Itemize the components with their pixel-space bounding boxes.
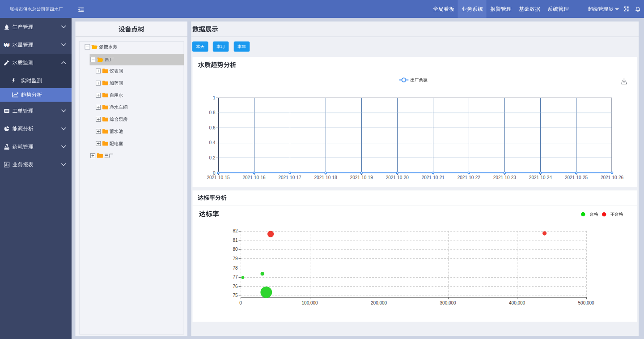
- svg-text:2021-10-21: 2021-10-21: [422, 175, 445, 180]
- svg-text:2021-10-18: 2021-10-18: [314, 175, 338, 180]
- svg-text:2021-10-19: 2021-10-19: [350, 175, 373, 180]
- svg-text:500,000: 500,000: [578, 300, 595, 305]
- svg-text:0.4: 0.4: [209, 140, 216, 145]
- svg-text:0.6: 0.6: [209, 125, 216, 130]
- svg-text:₩: ₩: [4, 42, 10, 48]
- svg-text:2021-10-26: 2021-10-26: [601, 175, 624, 180]
- svg-text:78: 78: [233, 266, 238, 270]
- svg-text:2021-10-15: 2021-10-15: [207, 175, 230, 180]
- svg-text:2021-10-16: 2021-10-16: [242, 175, 266, 180]
- svg-text:2021-10-25: 2021-10-25: [565, 175, 588, 180]
- svg-text:300,000: 300,000: [440, 300, 457, 305]
- svg-text:80: 80: [233, 247, 238, 252]
- svg-text:1: 1: [213, 95, 216, 100]
- svg-text:0.8: 0.8: [209, 110, 216, 115]
- svg-text:81: 81: [233, 238, 238, 243]
- svg-text:100,000: 100,000: [302, 300, 318, 305]
- svg-text:400,000: 400,000: [509, 300, 525, 305]
- svg-text:75: 75: [233, 293, 238, 298]
- svg-text:0: 0: [239, 300, 242, 305]
- svg-text:2021-10-24: 2021-10-24: [529, 175, 552, 180]
- svg-text:0.2: 0.2: [209, 155, 216, 160]
- svg-text:2021-10-23: 2021-10-23: [493, 175, 517, 180]
- svg-text:76: 76: [233, 284, 238, 289]
- svg-text:2021-10-20: 2021-10-20: [386, 175, 409, 180]
- svg-text:2021-10-17: 2021-10-17: [279, 175, 302, 180]
- svg-text:79: 79: [233, 256, 238, 261]
- svg-text:200,000: 200,000: [371, 300, 387, 305]
- svg-text:77: 77: [233, 275, 238, 279]
- svg-text:2021-10-22: 2021-10-22: [458, 175, 481, 180]
- svg-text:82: 82: [233, 228, 238, 233]
